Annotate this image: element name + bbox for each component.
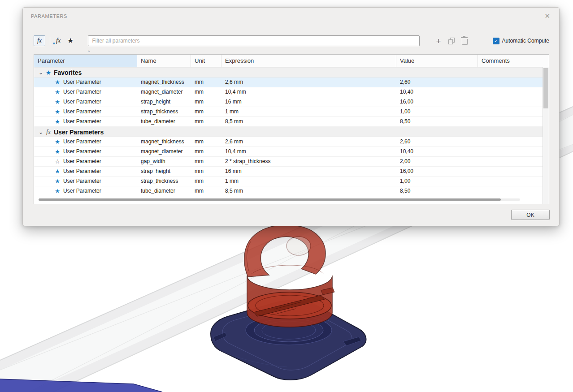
- parameter-name[interactable]: magnet_diameter: [137, 147, 191, 156]
- column-header-parameter[interactable]: Parameter ⌃: [34, 55, 137, 67]
- parameter-name[interactable]: strap_thickness: [137, 107, 191, 116]
- filter-favorites-star-button[interactable]: ★: [67, 37, 74, 44]
- parameter-row-strap_height[interactable]: ★ User Parameter strap_height mm 16 mm 1…: [34, 97, 543, 107]
- favorite-star-icon[interactable]: ★: [54, 186, 61, 196]
- star-icon: ★: [67, 37, 74, 44]
- delete-parameter-button[interactable]: [462, 37, 468, 45]
- horizontal-scrollbar-thumb[interactable]: [39, 198, 501, 201]
- parameters-dialog: PARAMETERS ✕ fx fx ▾ ★ + ✓ Automatic Com…: [22, 7, 560, 226]
- parameter-unit: mm: [191, 87, 221, 97]
- favorite-star-icon[interactable]: ★: [54, 117, 61, 126]
- parameter-expression[interactable]: 10,4 mm: [221, 147, 396, 156]
- parameter-comments[interactable]: [478, 107, 543, 116]
- parameter-expression[interactable]: 1 mm: [221, 177, 396, 186]
- parameter-expression[interactable]: 8,5 mm: [221, 117, 396, 126]
- favorite-star-icon[interactable]: ★: [54, 107, 61, 116]
- parameter-name[interactable]: gap_width: [137, 157, 191, 166]
- parameters-table: Parameter ⌃ Name Unit Expression Value C…: [34, 54, 549, 204]
- parameter-expression[interactable]: 2 * strap_thickness: [221, 157, 396, 166]
- parameter-row-magnet_thickness[interactable]: ★ User Parameter magnet_thickness mm 2,6…: [34, 137, 543, 147]
- parameter-type-label: User Parameter: [63, 167, 101, 176]
- table-body: ⌄ ★ Favorites ★ User Parameter magnet_th…: [34, 67, 543, 204]
- favorite-star-icon[interactable]: ★: [54, 87, 61, 97]
- parameter-name[interactable]: tube_diameter: [137, 186, 191, 196]
- group-label: User Parameters: [54, 129, 104, 136]
- ok-button[interactable]: OK: [511, 210, 550, 220]
- parameter-name[interactable]: strap_height: [137, 97, 191, 107]
- parameter-row-gap_width[interactable]: ☆ User Parameter gap_width mm 2 * strap_…: [34, 157, 543, 167]
- column-header-unit[interactable]: Unit: [191, 55, 221, 67]
- parameter-comments[interactable]: [478, 87, 543, 97]
- parameter-name[interactable]: strap_thickness: [137, 177, 191, 186]
- copy-parameter-button[interactable]: [448, 37, 455, 45]
- vertical-scrollbar[interactable]: [543, 67, 549, 204]
- column-header-expression[interactable]: Expression: [221, 55, 396, 67]
- favorite-star-icon[interactable]: ★: [54, 147, 61, 156]
- parameter-row-magnet_diameter[interactable]: ★ User Parameter magnet_diameter mm 10,4…: [34, 147, 543, 157]
- parameter-row-strap_thickness[interactable]: ★ User Parameter strap_thickness mm 1 mm…: [34, 107, 543, 117]
- group-label: Favorites: [54, 69, 82, 76]
- parameter-row-magnet_thickness[interactable]: ★ User Parameter magnet_thickness mm 2,6…: [34, 78, 543, 87]
- add-parameter-button[interactable]: +: [436, 37, 441, 45]
- parameter-value: 2,00: [396, 157, 478, 166]
- parameter-expression[interactable]: 2,6 mm: [221, 137, 396, 146]
- fx-icon: fx: [44, 129, 52, 136]
- parameter-row-tube_diameter[interactable]: ★ User Parameter tube_diameter mm 8,5 mm…: [34, 186, 543, 196]
- filter-input[interactable]: [88, 35, 420, 46]
- parameter-comments[interactable]: [478, 97, 543, 107]
- column-header-name[interactable]: Name: [137, 55, 191, 67]
- filter-all-fx-button[interactable]: fx: [34, 35, 45, 46]
- parameter-expression[interactable]: 16 mm: [221, 97, 396, 107]
- favorite-star-icon[interactable]: ★: [54, 97, 61, 107]
- strap-end-blue: [0, 379, 162, 392]
- parameter-row-strap_height[interactable]: ★ User Parameter strap_height mm 16 mm 1…: [34, 167, 543, 177]
- parameter-type-label: User Parameter: [63, 177, 101, 186]
- parameter-expression[interactable]: 16 mm: [221, 167, 396, 176]
- close-icon[interactable]: ✕: [542, 12, 553, 21]
- parameter-expression[interactable]: 8,5 mm: [221, 186, 396, 196]
- column-header-parameter-label: Parameter: [38, 57, 65, 64]
- favorite-star-icon[interactable]: ★: [54, 137, 61, 146]
- group-header-favorites[interactable]: ⌄ ★ Favorites: [34, 67, 543, 78]
- parameter-name[interactable]: magnet_thickness: [137, 78, 191, 87]
- caret-down-icon: ▾: [53, 41, 55, 46]
- filter-user-parameters-button[interactable]: fx ▾: [55, 37, 62, 44]
- automatic-compute-checkbox[interactable]: ✓: [493, 38, 499, 44]
- chevron-down-icon[interactable]: ⌄: [37, 69, 44, 76]
- parameter-row-magnet_diameter[interactable]: ★ User Parameter magnet_diameter mm 10,4…: [34, 87, 543, 97]
- parameter-expression[interactable]: 2,6 mm: [221, 78, 396, 87]
- parameter-value: 10,40: [396, 87, 478, 97]
- parameter-comments[interactable]: [478, 137, 543, 146]
- parameter-unit: mm: [191, 157, 221, 166]
- parameter-comments[interactable]: [478, 186, 543, 196]
- parameter-type-label: User Parameter: [63, 157, 101, 166]
- parameter-comments[interactable]: [478, 157, 543, 166]
- horizontal-scrollbar[interactable]: [39, 198, 520, 201]
- parameter-comments[interactable]: [478, 78, 543, 87]
- parameter-type-label: User Parameter: [63, 78, 101, 87]
- parameter-name[interactable]: magnet_diameter: [137, 87, 191, 97]
- group-header-user-parameters[interactable]: ⌄ fx User Parameters: [34, 127, 543, 137]
- parameter-type-cell: ☆ User Parameter: [34, 157, 137, 166]
- column-header-comments[interactable]: Comments: [478, 55, 549, 67]
- chevron-down-icon[interactable]: ⌄: [37, 129, 44, 135]
- favorite-star-icon[interactable]: ★: [54, 177, 61, 186]
- parameter-name[interactable]: strap_height: [137, 167, 191, 176]
- favorite-star-icon[interactable]: ☆: [54, 157, 61, 166]
- parameter-name[interactable]: tube_diameter: [137, 117, 191, 126]
- parameter-value: 2,60: [396, 78, 478, 87]
- column-header-value[interactable]: Value: [396, 55, 478, 67]
- vertical-scrollbar-thumb[interactable]: [543, 68, 548, 108]
- parameter-row-tube_diameter[interactable]: ★ User Parameter tube_diameter mm 8,5 mm…: [34, 117, 543, 127]
- parameter-comments[interactable]: [478, 167, 543, 176]
- parameter-name[interactable]: magnet_thickness: [137, 137, 191, 146]
- parameter-comments[interactable]: [478, 177, 543, 186]
- favorite-star-icon[interactable]: ★: [54, 78, 61, 87]
- parameter-comments[interactable]: [478, 117, 543, 126]
- parameter-expression[interactable]: 1 mm: [221, 107, 396, 116]
- parameter-expression[interactable]: 10,4 mm: [221, 87, 396, 97]
- parameter-comments[interactable]: [478, 147, 543, 156]
- favorite-star-icon[interactable]: ★: [54, 167, 61, 176]
- parameter-row-strap_thickness[interactable]: ★ User Parameter strap_thickness mm 1 mm…: [34, 177, 543, 186]
- parameter-type-label: User Parameter: [63, 117, 101, 126]
